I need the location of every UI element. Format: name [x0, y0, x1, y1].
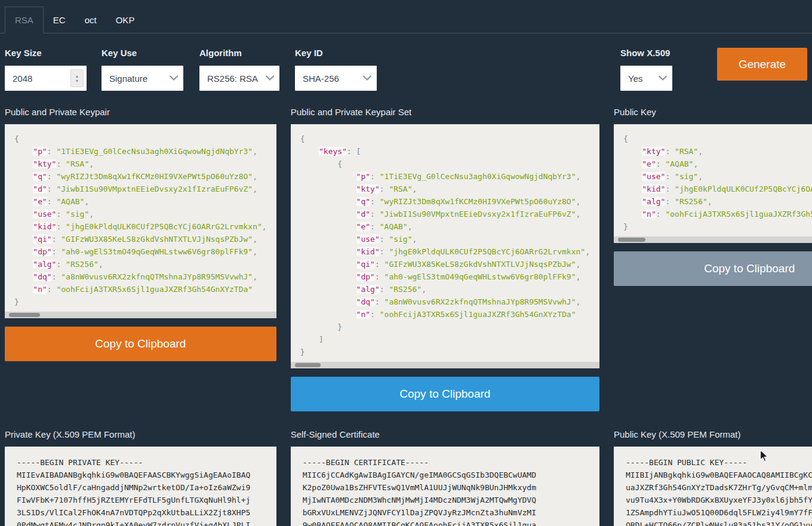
generate-button[interactable]: Generate: [717, 48, 807, 81]
tab-rsa[interactable]: RSA: [5, 7, 44, 33]
public-pem-column: Public Key (X.509 PEM Format) -----BEGIN…: [614, 411, 812, 526]
key-size-label: Key Size: [5, 48, 87, 58]
pem-line: bGRxVUxLMENVZjJQNVFCY1lDajZPQVJyRzJMcnZt…: [303, 506, 588, 519]
code-line: "p": "1TiE3EVg_G0lCecNsu3agh0XiGqwowNgjd…: [300, 170, 590, 183]
show-x509-value: Yes: [628, 73, 642, 84]
algorithm-select[interactable]: RS256: RSA: [199, 66, 279, 91]
code-line: }: [300, 346, 590, 358]
key-use-select[interactable]: Signature: [102, 66, 183, 91]
keypair-title: Public and Private Keypair: [5, 107, 276, 117]
code-line: {: [300, 158, 590, 170]
key-id-value: SHA-256: [303, 73, 339, 84]
code-line: "keys": [: [300, 145, 590, 158]
quantity-stepper[interactable]: ▲▼: [70, 69, 84, 87]
stepper-up-icon[interactable]: ▲: [75, 74, 79, 78]
generator-form: Key Size ▲▼ Key Use Signature Algorithm …: [0, 33, 812, 99]
keypair-set-json: { "keys": [ { "p": "1TiE3EVg_G0lCecNsu3a…: [291, 124, 599, 362]
pem-line: -----BEGIN PUBLIC KEY-----: [626, 456, 812, 469]
horizontal-scrollbar[interactable]: [5, 312, 276, 318]
key-use-label: Key Use: [102, 48, 183, 58]
chevron-down-icon: [363, 76, 371, 81]
scrollbar-thumb[interactable]: [618, 238, 645, 242]
code-line: "e": "AQAB",: [14, 195, 267, 208]
show-x509-select[interactable]: Yes: [620, 66, 672, 91]
code-line: "dp": "ah0-wgElS3tmO49qGeqWHLstww6V6gr80…: [300, 270, 590, 283]
tab-ec[interactable]: EC: [44, 7, 75, 33]
code-line: "kty": "RSA",: [14, 158, 267, 170]
code-line: "e": "AQAB",: [623, 158, 812, 170]
stepper-down-icon[interactable]: ▼: [75, 79, 79, 83]
results-grid: Public and Private Keypair { "p": "1TiE3…: [0, 99, 812, 526]
keypair-set-title: Public and Private Keypair Set: [291, 107, 599, 117]
key-id-select[interactable]: SHA-256: [295, 66, 377, 91]
code-line: "use": "sig",: [300, 233, 590, 245]
code-line: {: [300, 133, 590, 145]
code-line: "kid": "jhgE0kPldqULK0CUf2P5QBcYCj6OARrG…: [623, 183, 812, 195]
algorithm-label: Algorithm: [199, 48, 279, 58]
show-x509-label: Show X.509: [620, 48, 672, 58]
code-line: }: [623, 220, 812, 233]
copy-keypair-button[interactable]: Copy to Clipboard: [5, 327, 276, 361]
pem-line: 3LS1Ds/VlICal2FhOK4nA7nVDTQPp2qXkUtbaLLi…: [17, 506, 264, 519]
certificate-title: Self-Signed Certificate: [291, 429, 599, 439]
code-line: "dq": "a8nW0vusv6RX2zkfnqQTMshnaJYp8R95M…: [300, 296, 590, 308]
pem-line: -----BEGIN CERTIFICATE-----: [303, 456, 588, 469]
pem-line: 9w0BAQEFAAOCAQ8AMIIBCgKCAQEAoohFcijA3TXR…: [303, 519, 588, 526]
code-line: "q": "wyRIZJt3Dm8qXw1fKCMz0HI9VXePWt5pO6…: [300, 195, 590, 208]
chevron-down-icon: [170, 76, 178, 81]
pem-line: FIwVFbK+7107hffH5jRZtEMYrEFdTLF5gUnfLTGX…: [17, 494, 264, 506]
pem-line: 1ZSAmpdhYTiuJwO51Q00D6dql5FLW2iy4l9mY7fF…: [626, 506, 812, 519]
code-line: "dq": "a8nW0vusv6RX2zkfnqQTMshnaJYp8R95M…: [14, 270, 267, 283]
certificate-text: -----BEGIN CERTIFICATE-----MIIC6jCCAdKgA…: [291, 447, 599, 526]
code-line: "kid": "jhgE0kPldqULK0CUf2P5QBcYCj6OARrG…: [300, 245, 590, 258]
code-line: "kty": "RSA",: [623, 145, 812, 158]
code-line: }: [300, 321, 590, 333]
chevron-down-icon: [659, 76, 667, 81]
tab-okp[interactable]: OKP: [106, 7, 144, 33]
code-line: "alg": "RS256",: [14, 258, 267, 270]
code-line: }: [14, 296, 267, 308]
pem-line: vu9Tu4X3x+Y0WbRDGKxBXUyxeYFJ3y0xl6jbh5fY…: [626, 494, 812, 506]
code-line: "d": "JiwbI1Su90VMpxtnEEieDvsxy2x1fIzraE…: [300, 208, 590, 220]
certificate-column: Self-Signed Certificate -----BEGIN CERTI…: [291, 411, 599, 526]
code-line: "use": "sig",: [623, 170, 812, 183]
code-line: "n": "oohFcijA3TXR5x6Sjl1guaJXZRf3Gh54Gn…: [623, 208, 812, 220]
code-line: "p": "1TiE3EVg_G0lCecNsu3agh0XiGqwowNgjd…: [14, 145, 267, 158]
pem-line: MIIC6jCCAdKgAwIBAgIGAYCN/geIMA0GCSqGSIb3…: [303, 469, 588, 481]
code-line: "alg": "RS256",: [300, 283, 590, 296]
code-line: ]: [300, 333, 590, 346]
public-key-title: Public Key: [614, 107, 812, 117]
pem-line: 0PdMwgtAEMv4cJNDrqn9kI+XA0eyW7zdrnVuzfVj…: [17, 519, 264, 526]
chevron-down-icon: [266, 76, 274, 81]
scrollbar-thumb[interactable]: [295, 363, 321, 367]
public-pem-title: Public Key (X.509 PEM Format): [614, 429, 812, 439]
code-line: "e": "AQAB",: [300, 220, 590, 233]
copy-public-key-button[interactable]: Copy to Clipboard: [614, 251, 812, 286]
public-key-json: { "kty": "RSA", "e": "AQAB", "use": "sig…: [614, 124, 812, 236]
code-line: {: [14, 133, 267, 145]
pem-line: HpKOXWC5oldlF/caHngaddjNMNp2wrtketOD/Ia+…: [17, 481, 264, 494]
pem-line: QBDL+HCTQ66p/ZCPlwNHslu83a51bs31Y/oOG1yy…: [626, 519, 812, 526]
tab-oct[interactable]: oct: [75, 7, 106, 33]
keypair-column: Public and Private Keypair { "p": "1TiE3…: [5, 99, 276, 411]
horizontal-scrollbar[interactable]: [291, 362, 599, 368]
key-size-field: ▲▼: [5, 66, 87, 91]
code-line: "qi": "GIFzWU3X85KeLS8zGkdVshNTXTLVJjNsq…: [14, 233, 267, 245]
private-pem-text: -----BEGIN PRIVATE KEY-----MIIEvAIBADANB…: [5, 447, 276, 526]
public-key-column: Public Key { "kty": "RSA", "e": "AQAB", …: [614, 99, 812, 411]
code-line: "dp": "ah0-wgElS3tmO49qGeqWHLstww6V6gr80…: [14, 245, 267, 258]
key-id-label: Key ID: [295, 48, 377, 58]
copy-keypair-set-button[interactable]: Copy to Clipboard: [291, 377, 599, 411]
horizontal-scrollbar[interactable]: [614, 236, 812, 243]
pem-line: -----BEGIN PRIVATE KEY-----: [17, 456, 264, 469]
pem-line: MjIwNTA0MDczNDM3WhcNMjMwMjI4MDczNDM3WjA2…: [303, 494, 588, 506]
keypair-set-column: Public and Private Keypair Set { "keys":…: [291, 99, 599, 411]
pem-line: uaJXZRf3Gh54GnXYzTDadsK7ZHrTg/yGvqCM+mlm…: [626, 481, 812, 494]
code-line: "use": "sig",: [14, 208, 267, 220]
public-pem-text: -----BEGIN PUBLIC KEY-----MIIBIjANBgkqhk…: [614, 447, 812, 526]
scrollbar-thumb[interactable]: [9, 313, 40, 317]
code-line: "kty": "RSA",: [300, 183, 590, 195]
private-pem-title: Private Key (X.509 PEM Format): [5, 429, 276, 439]
code-line: "qi": "GIFzWU3X85KeLS8zGkdVshNTXTLVJjNsq…: [300, 258, 590, 270]
pem-line: K2poZ0Uwa1BsZHFVTEswQ1VmMlA1UUJjWUNqNk9B…: [303, 481, 588, 494]
